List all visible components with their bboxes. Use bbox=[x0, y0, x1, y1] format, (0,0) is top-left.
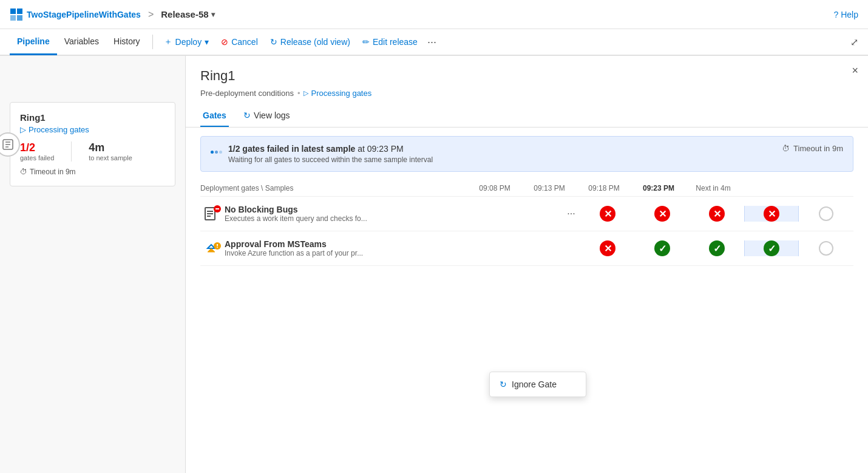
deploy-chevron-icon: ▾ bbox=[205, 37, 209, 47]
more-options-button[interactable]: ··· bbox=[424, 36, 440, 49]
banner-title: 1/2 gates failed in latest sample at 09:… bbox=[228, 144, 433, 154]
breadcrumb-processing-gates[interactable]: ▷ Processing gates bbox=[303, 89, 371, 98]
status-cell-next bbox=[799, 206, 853, 221]
table-row: Approval From MSTeams Invoke Azure funct… bbox=[200, 231, 853, 266]
banner-text: 1/2 gates failed in latest sample at 09:… bbox=[228, 144, 433, 164]
deploy-button[interactable]: ＋ Deploy ▾ bbox=[158, 32, 215, 52]
help-circle-icon: ? bbox=[833, 10, 838, 19]
status-empty-icon bbox=[819, 206, 833, 221]
approval-msTeams-icon bbox=[203, 239, 222, 258]
status-cell-2: ✓ bbox=[635, 240, 690, 256]
stage-icon bbox=[0, 132, 20, 157]
context-menu: ↻ Ignore Gate bbox=[489, 372, 586, 397]
status-cell-3: ✕ bbox=[690, 206, 744, 222]
edit-icon: ✏ bbox=[362, 37, 370, 47]
gate-icon-no-blocking-bugs bbox=[200, 204, 225, 223]
gate-icon-approval bbox=[200, 239, 225, 258]
gate-info-approval: Approval From MSTeams Invoke Azure funct… bbox=[225, 239, 562, 257]
gate-more-button[interactable]: ··· bbox=[562, 208, 580, 219]
play-small-icon: ▷ bbox=[303, 89, 308, 97]
tab-pipeline[interactable]: Pipeline bbox=[10, 29, 57, 55]
banner-subtitle: Waiting for all gates to succeed within … bbox=[228, 155, 433, 164]
gate-name: No Blocking Bugs bbox=[225, 205, 562, 214]
status-fail-icon: ✕ bbox=[654, 206, 670, 222]
stage-timeout: ⏱ Timeout in 9m bbox=[20, 168, 165, 176]
next-sample-stat: 4m to next sample bbox=[89, 141, 132, 162]
banner-time: at 09:23 PM bbox=[358, 144, 404, 154]
panel-tabs: Gates ↻ View logs bbox=[186, 105, 868, 128]
gate-desc: Invoke Azure function as a part of your … bbox=[225, 249, 431, 257]
status-cell-2: ✕ bbox=[635, 206, 690, 222]
panel-breadcrumb: Pre-deployment conditions • ▷ Processing… bbox=[200, 89, 853, 98]
table-header: Deployment gates \ Samples 09:08 PM 09:1… bbox=[200, 180, 853, 197]
next-sample-value: 4m bbox=[89, 141, 132, 154]
refresh-small-icon: ↻ bbox=[243, 111, 251, 120]
table-row: No Blocking Bugs Executes a work item qu… bbox=[200, 197, 853, 231]
status-pass-icon: ✓ bbox=[654, 240, 670, 256]
close-button[interactable]: × bbox=[852, 64, 858, 77]
logo-icon bbox=[10, 8, 23, 21]
svg-rect-1 bbox=[17, 9, 22, 14]
stage-name: Ring1 bbox=[20, 112, 165, 123]
status-cell-3: ✓ bbox=[690, 240, 744, 256]
app-logo: TwoStagePipelineWithGates bbox=[10, 8, 141, 21]
tab-view-logs[interactable]: ↻ View logs bbox=[241, 105, 293, 127]
gate-desc: Executes a work item query and checks fo… bbox=[225, 214, 431, 223]
top-bar: TwoStagePipelineWithGates > Release-58 ▾… bbox=[0, 0, 868, 29]
gate-status-banner: 1/2 gates failed in latest sample at 09:… bbox=[200, 136, 853, 172]
main-area: Ring1 ▷ Processing gates 1/2 gates faile… bbox=[0, 56, 868, 473]
breadcrumb-dot: • bbox=[297, 89, 300, 98]
status-cell-4-highlight: ✓ bbox=[744, 240, 799, 256]
old-view-button[interactable]: ↻ Release (old view) bbox=[264, 32, 356, 52]
svg-point-18 bbox=[217, 247, 218, 248]
release-dropdown-icon[interactable]: ▾ bbox=[211, 10, 215, 19]
status-empty-icon bbox=[819, 241, 833, 256]
toolbar-divider bbox=[152, 35, 153, 49]
status-fail-icon: ✕ bbox=[709, 206, 725, 222]
stage-card: Ring1 ▷ Processing gates 1/2 gates faile… bbox=[10, 102, 175, 186]
gates-failed-stat: 1/2 gates failed bbox=[20, 141, 54, 162]
stage-pipeline-icon bbox=[2, 138, 14, 151]
col-name-header: Deployment gates \ Samples bbox=[200, 184, 467, 192]
svg-rect-0 bbox=[10, 9, 16, 14]
status-cell-4-highlight: ✕ bbox=[744, 206, 799, 222]
tab-history[interactable]: History bbox=[106, 29, 147, 55]
gate-name: Approval From MSTeams bbox=[225, 239, 562, 249]
stage-stats: 1/2 gates failed 4m to next sample bbox=[20, 141, 165, 162]
status-pass-icon: ✓ bbox=[709, 240, 725, 256]
status-fail-icon: ✕ bbox=[764, 206, 779, 222]
spinner-icon bbox=[211, 145, 222, 156]
stage-status[interactable]: ▷ Processing gates bbox=[20, 125, 165, 134]
banner-left: 1/2 gates failed in latest sample at 09:… bbox=[211, 144, 433, 164]
edit-release-button[interactable]: ✏ Edit release bbox=[356, 32, 424, 52]
breadcrumb-sep: > bbox=[148, 9, 154, 20]
col-time-2: 09:13 PM bbox=[522, 184, 577, 192]
release-name[interactable]: Release-58 ▾ bbox=[161, 9, 214, 19]
gates-failed-value: 1/2 bbox=[20, 141, 54, 154]
clock-icon: ⏱ bbox=[20, 168, 27, 176]
sidebar: Ring1 ▷ Processing gates 1/2 gates faile… bbox=[0, 56, 186, 473]
breadcrumb-predeployment: Pre-deployment conditions bbox=[200, 89, 294, 98]
col-time-4: 09:23 PM bbox=[631, 184, 686, 192]
no-blocking-bugs-icon bbox=[203, 204, 222, 223]
svg-rect-2 bbox=[10, 15, 16, 21]
banner-clock-icon: ⏱ bbox=[782, 144, 790, 153]
gates-failed-label: gates failed bbox=[20, 154, 54, 162]
deploy-icon: ＋ bbox=[164, 36, 172, 47]
cancel-button[interactable]: ⊘ Cancel bbox=[215, 32, 264, 52]
help-button[interactable]: ? Help bbox=[833, 10, 858, 19]
gates-table: Deployment gates \ Samples 09:08 PM 09:1… bbox=[186, 180, 868, 266]
toolbar: Pipeline Variables History ＋ Deploy ▾ ⊘ … bbox=[0, 29, 868, 56]
panel-header: Ring1 Pre-deployment conditions • ▷ Proc… bbox=[186, 56, 868, 98]
panel-title: Ring1 bbox=[200, 68, 853, 84]
col-time-1: 09:08 PM bbox=[467, 184, 522, 192]
tab-gates[interactable]: Gates bbox=[200, 105, 229, 127]
ignore-gate-menu-item[interactable]: ↻ Ignore Gate bbox=[490, 375, 586, 394]
svg-rect-3 bbox=[17, 15, 22, 21]
status-pass-icon: ✓ bbox=[764, 240, 779, 256]
cancel-icon: ⊘ bbox=[221, 37, 228, 47]
status-cell-1: ✕ bbox=[580, 240, 635, 256]
next-sample-label: to next sample bbox=[89, 154, 132, 162]
expand-icon[interactable]: ⤢ bbox=[850, 36, 858, 48]
tab-variables[interactable]: Variables bbox=[57, 29, 106, 55]
